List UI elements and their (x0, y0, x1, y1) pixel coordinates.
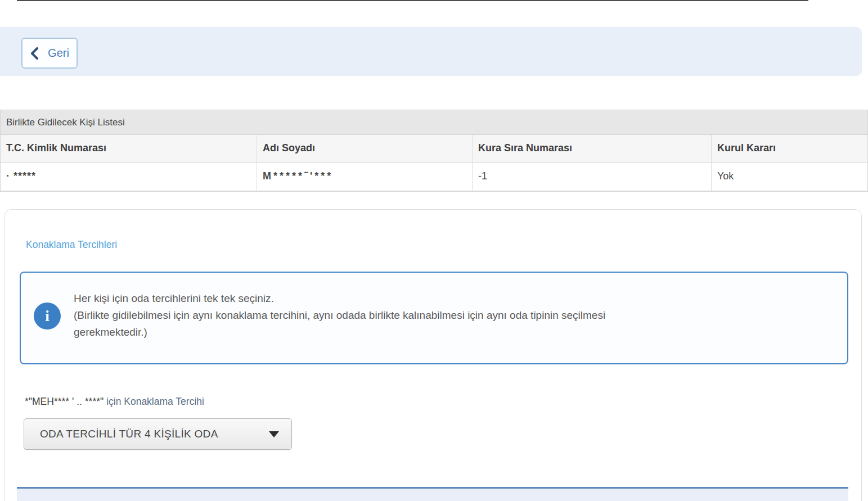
person-table-caption: Birlikte Gidilecek Kişi Listesi (1, 110, 867, 135)
cell-adi-soyadi: M*****˜'*** (257, 163, 472, 191)
cell-kurul-karari: Yok (711, 163, 868, 191)
accommodation-dropdown[interactable]: ODA TERCİHLİ TÜR 4 KİŞİLİK ODA (24, 418, 292, 450)
chevron-left-icon (30, 47, 39, 60)
page: Geri Birlikte Gidilecek Kişi Listesi T.C… (0, 0, 868, 501)
dropdown-selected-value: ODA TERCİHLİ TÜR 4 KİŞİLİK ODA (24, 428, 218, 440)
info-alert-text: Her kişi için oda tercihlerini tek tek s… (74, 290, 827, 341)
info-line-2: (Birlikte gidilebilmesi için aynı konakl… (74, 307, 827, 324)
preference-label-masked-name: *"MEH**** ' .. ****" (25, 396, 104, 407)
section-title: Konaklama Tercihleri (26, 239, 117, 251)
person-table-row: · ***** M*****˜'*** -1 Yok (1, 163, 867, 191)
cell-kura-sira: -1 (472, 163, 711, 191)
column-header-adi-soyadi: Adı Soyadı (257, 135, 472, 163)
preference-label-suffix: için Konaklama Tercihi (104, 396, 204, 407)
top-toolbar-edge (17, 0, 808, 1)
column-header-tc-kimlik: T.C. Kimlik Numarası (1, 135, 257, 163)
cell-tc-kimlik: · ***** (1, 163, 257, 191)
info-line-3: gerekmektedir.) (74, 324, 827, 341)
bottom-panel-header[interactable] (17, 489, 848, 501)
person-table: Birlikte Gidilecek Kişi Listesi T.C. Kim… (0, 110, 868, 192)
info-line-1: Her kişi için oda tercihlerini tek tek s… (74, 290, 827, 307)
person-table-header-row: T.C. Kimlik Numarası Adı Soyadı Kura Sır… (1, 135, 867, 163)
back-button[interactable]: Geri (21, 38, 78, 69)
info-circle-icon: i (34, 303, 61, 330)
preference-label: *"MEH**** ' .. ****" için Konaklama Terc… (25, 396, 204, 408)
back-toolbar: Geri (0, 27, 862, 76)
caret-down-icon (269, 431, 279, 437)
back-button-label: Geri (48, 47, 69, 60)
column-header-kura-sira: Kura Sıra Numarası (472, 135, 711, 163)
column-header-kurul-karari: Kurul Kararı (711, 135, 868, 163)
